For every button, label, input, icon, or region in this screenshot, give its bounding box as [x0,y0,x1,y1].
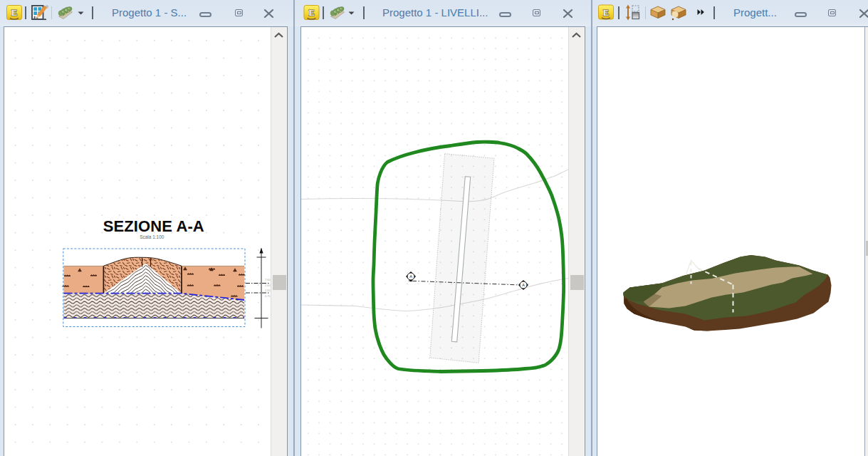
svg-text:A: A [409,274,412,279]
svg-text:A: A [522,283,525,287]
svg-text:Scala 1:100: Scala 1:100 [140,234,164,239]
svg-text:SEZIONE A-A: SEZIONE A-A [103,217,204,235]
